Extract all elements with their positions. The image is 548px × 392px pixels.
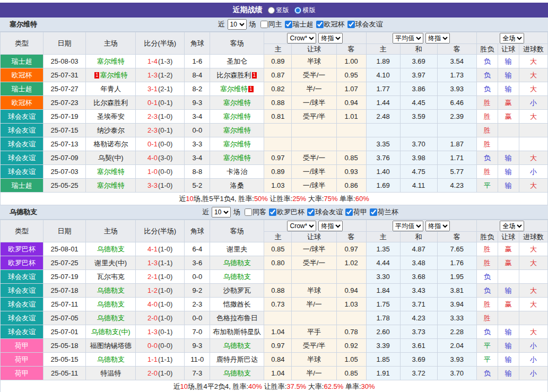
- filter-checkbox-input-0[interactable]: [260, 21, 268, 28]
- filter-checkbox-input-2[interactable]: [316, 21, 324, 28]
- filter-checkbox-1[interactable]: 瑞士超: [282, 20, 314, 29]
- sub-column-header: 进球数: [519, 232, 547, 242]
- result-handicap: 输: [498, 55, 519, 68]
- filter-checkbox-input-3[interactable]: [347, 21, 355, 28]
- filter-checkbox-input-4[interactable]: [370, 208, 377, 216]
- result-winloss: 负: [476, 82, 498, 96]
- layout-radio-vertical[interactable]: 竖版: [268, 6, 289, 15]
- filter-checkbox-0[interactable]: 同客: [242, 207, 266, 217]
- team-label: 乌德勒支: [223, 342, 251, 350]
- summary-text: 近10场,胜5平1负4, 胜率:50% 让胜率:25% 大率:75% 单率:60…: [1, 193, 548, 205]
- team-label: 谢里夫(中): [94, 259, 127, 267]
- handicap-home-odds: 0.81: [264, 110, 292, 124]
- filter-checkbox-2[interactable]: 球会友谊: [305, 207, 343, 217]
- result-label: 小: [530, 168, 537, 176]
- odds-source-select[interactable]: Crow*: [287, 33, 316, 43]
- avg-draw-odds: 3.43: [400, 284, 437, 298]
- result-winloss: 胜: [476, 96, 498, 110]
- table-row: 荷甲25-05-11特温特2-0(1-0)7-3乌德勒支1.04半/一0.851…: [1, 367, 548, 380]
- horizontal-radio-label: 横版: [303, 6, 316, 15]
- horizontal-radio-input[interactable]: [294, 7, 301, 14]
- filter-checkbox-0[interactable]: 同主: [258, 20, 282, 29]
- match-count-select[interactable]: 10: [212, 207, 231, 217]
- handicap-line: 半/一: [292, 367, 336, 380]
- result-label: 平: [484, 342, 491, 350]
- odds-stage-select[interactable]: 终指: [318, 221, 343, 231]
- filter-checkbox-3[interactable]: 球会友谊: [345, 20, 383, 29]
- result-label: 赢: [505, 245, 512, 253]
- corner-score: 7-0: [185, 325, 210, 339]
- summary-segment: 单率:: [337, 195, 355, 203]
- avg-draw-odds: 3.48: [400, 256, 437, 270]
- home-team: 福图纳锡塔德: [86, 339, 136, 353]
- column-header: 比分(半场): [136, 220, 185, 242]
- match-date: 25-07-25: [44, 256, 86, 270]
- home-team: 格勒诺布尔: [86, 137, 136, 151]
- result-label: 输: [505, 85, 512, 93]
- filter-checkbox-input-1[interactable]: [285, 21, 292, 28]
- result-winloss: 负: [476, 151, 498, 165]
- match-count-select[interactable]: 10: [228, 19, 247, 30]
- result-winloss: 胜: [476, 137, 498, 151]
- scope-controls: 全场: [476, 32, 547, 44]
- filter-checkbox-4[interactable]: 荷兰杯: [367, 207, 398, 217]
- layout-radio-horizontal[interactable]: 横版: [294, 6, 316, 15]
- league-badge: 球会友谊: [1, 270, 44, 284]
- fulltime-score: 4-0: [147, 300, 158, 308]
- scope-select[interactable]: 全场: [500, 33, 524, 43]
- match-date: 25-07-18: [44, 284, 86, 298]
- filter-bar: 近10场同主瑞士超欧冠杯球会友谊: [216, 19, 383, 30]
- result-goals: 大: [519, 256, 547, 270]
- avg-draw-odds: 3.61: [400, 339, 437, 353]
- games-label: 场: [249, 20, 256, 29]
- result-label: 胜: [484, 314, 491, 322]
- result-label: 赢: [505, 112, 512, 120]
- result-label: 平: [484, 181, 491, 189]
- avg-stage-select[interactable]: 终指: [425, 221, 450, 231]
- handicap-home-odds: [264, 311, 292, 325]
- handicap-away-odds: 0.94: [336, 96, 366, 110]
- avg-source-select[interactable]: 平均值: [393, 33, 423, 43]
- avg-away-odds: 3.70: [437, 367, 476, 380]
- near-label: 近: [202, 207, 209, 217]
- avg-away-odds: 2.28: [437, 325, 476, 339]
- result-label: 小: [530, 342, 537, 350]
- avg-source-select[interactable]: 平均值: [393, 221, 423, 231]
- avg-away-odds: 1.71: [437, 151, 476, 165]
- vertical-radio-input[interactable]: [268, 7, 275, 14]
- filter-checkbox-input-1[interactable]: [269, 208, 276, 216]
- odds-stage-select[interactable]: 终指: [318, 33, 343, 43]
- result-goals: 大: [519, 325, 547, 339]
- result-goals: 大: [519, 110, 547, 124]
- match-date: 25-07-13: [44, 137, 86, 151]
- result-goals: 小: [519, 339, 547, 353]
- handicap-away-odds: 1.01: [336, 110, 366, 124]
- home-team: 年青人: [86, 82, 136, 96]
- avg-draw-odds: 3.86: [400, 82, 437, 96]
- filter-checkbox-2[interactable]: 欧冠杯: [314, 20, 345, 29]
- result-label: 大: [530, 300, 537, 308]
- team-label: 乌德勒支: [223, 259, 251, 267]
- filter-checkbox-3[interactable]: 荷甲: [343, 207, 367, 217]
- scope-select[interactable]: 全场: [500, 221, 524, 231]
- filter-checkbox-input-0[interactable]: [245, 208, 252, 216]
- avg-away-odds: 6.46: [437, 96, 476, 110]
- column-header: 类型: [1, 220, 44, 242]
- result-label: 大: [530, 259, 537, 267]
- fulltime-score: 1-1: [147, 355, 158, 363]
- away-team: 乌德勒支: [210, 367, 264, 380]
- home-team: 乌德勒支: [86, 284, 136, 298]
- table-row: 瑞士超25-07-27年青人3-1(2-1)8-2塞尔维特10.82半/一1.0…: [1, 82, 548, 96]
- filter-checkbox-label: 同主: [268, 20, 282, 29]
- filter-checkbox-input-3[interactable]: [345, 208, 353, 216]
- red-card-icon: 1: [248, 86, 254, 92]
- score: 4-1(1-0): [136, 242, 185, 256]
- result-goals: 大: [519, 68, 547, 82]
- filter-checkbox-input-2[interactable]: [307, 208, 315, 216]
- odds-source-select[interactable]: Crow*: [287, 221, 316, 231]
- match-date: 25-05-18: [44, 339, 86, 353]
- home-team: 塞尔维特: [86, 55, 136, 68]
- filter-checkbox-1[interactable]: 欧罗巴杯: [266, 207, 305, 217]
- handicap-home-odds: 0.73: [264, 298, 292, 311]
- avg-stage-select[interactable]: 终指: [425, 33, 450, 43]
